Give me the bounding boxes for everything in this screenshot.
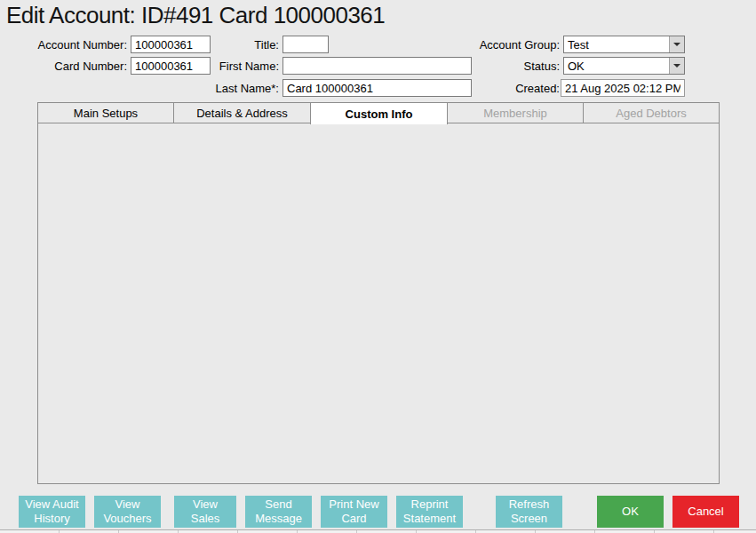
ok-button[interactable]: OK: [597, 496, 664, 528]
tab-aged-debtors[interactable]: Aged Debtors: [583, 102, 720, 123]
last-name-input[interactable]: [283, 79, 472, 97]
custom-info-panel: [37, 123, 720, 484]
tab-details-address[interactable]: Details & Address: [173, 102, 311, 123]
tab-main-setups[interactable]: Main Setups: [37, 102, 174, 123]
title-label: Title:: [213, 36, 279, 54]
created-field: [561, 79, 685, 97]
chevron-down-icon[interactable]: [669, 36, 684, 52]
first-name-input[interactable]: [283, 57, 472, 75]
send-message-button[interactable]: Send Message: [245, 496, 312, 528]
tab-membership[interactable]: Membership: [447, 102, 584, 123]
tab-custom-info[interactable]: Custom Info: [310, 102, 448, 124]
view-vouchers-button[interactable]: View Vouchers: [94, 496, 161, 528]
view-sales-button[interactable]: View Sales: [174, 496, 236, 528]
account-group-select[interactable]: Test: [563, 36, 685, 53]
cancel-button[interactable]: Cancel: [672, 496, 739, 528]
account-group-value: Test: [564, 38, 669, 52]
view-audit-history-button[interactable]: View Audit History: [19, 496, 85, 528]
card-number-input[interactable]: [131, 57, 211, 75]
account-number-label: Account Number:: [18, 36, 127, 54]
page-title: Edit Account: ID#491 Card 100000361: [6, 2, 385, 29]
reprint-statement-button[interactable]: Reprint Statement: [396, 496, 463, 528]
account-number-input[interactable]: [131, 36, 211, 53]
bottom-edge-strip: [0, 529, 756, 533]
created-label: Created:: [462, 80, 560, 98]
print-new-card-button[interactable]: Print New Card: [321, 496, 387, 528]
account-group-label: Account Group:: [462, 36, 560, 54]
first-name-label: First Name:: [213, 58, 279, 76]
card-number-label: Card Number:: [18, 58, 127, 76]
status-value: OK: [564, 60, 669, 73]
last-name-label: Last Name*:: [213, 80, 279, 98]
status-select[interactable]: OK: [563, 57, 685, 75]
chevron-down-icon[interactable]: [669, 58, 684, 74]
status-label: Status:: [462, 58, 560, 76]
refresh-screen-button[interactable]: Refresh Screen: [496, 496, 562, 528]
title-input[interactable]: [283, 36, 329, 53]
